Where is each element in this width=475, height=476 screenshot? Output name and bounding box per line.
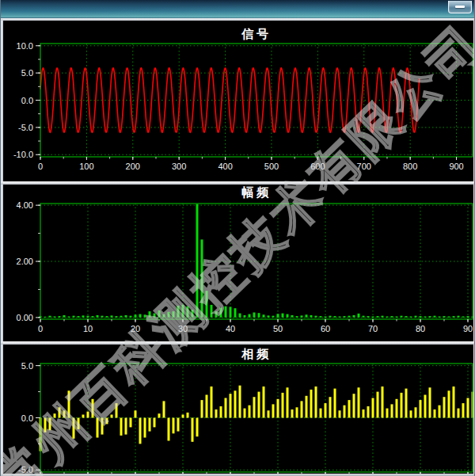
svg-text:60: 60 (321, 324, 330, 333)
svg-text:0: 0 (38, 324, 43, 333)
svg-text:70: 70 (368, 324, 378, 333)
svg-text:-5.0: -5.0 (18, 465, 33, 474)
svg-text:500: 500 (264, 162, 279, 171)
svg-text:5.0: 5.0 (21, 361, 33, 371)
signal-chart-panel: 信号 010020030040050060070080090010.05.00.… (3, 21, 473, 181)
svg-text:400: 400 (218, 162, 232, 171)
minimize-icon (455, 6, 465, 8)
svg-text:20: 20 (131, 324, 140, 333)
svg-text:80: 80 (416, 324, 425, 333)
svg-text:600: 600 (310, 162, 325, 171)
svg-text:200: 200 (126, 162, 140, 171)
svg-text:-10.0: -10.0 (13, 150, 33, 159)
svg-text:50: 50 (273, 324, 283, 333)
app-window: 信号 010020030040050060070080090010.05.00.… (0, 0, 475, 476)
svg-text:90: 90 (463, 324, 473, 333)
svg-text:700: 700 (357, 162, 371, 171)
svg-text:10: 10 (83, 324, 93, 333)
window-titlebar (1, 0, 475, 18)
svg-text:30: 30 (178, 324, 188, 333)
svg-text:10.0: 10.0 (17, 41, 33, 51)
svg-text:40: 40 (226, 324, 235, 333)
minimize-button[interactable] (448, 1, 472, 13)
svg-text:-5.0: -5.0 (18, 123, 33, 132)
svg-text:0: 0 (38, 162, 43, 171)
amplitude-chart-panel: 幅频 01020304050607080904.002.000.00 (3, 185, 473, 341)
svg-text:2.00: 2.00 (17, 257, 33, 266)
svg-text:900: 900 (449, 162, 463, 171)
svg-text:300: 300 (172, 162, 186, 171)
svg-text:0.00: 0.00 (17, 313, 33, 322)
svg-text:4.00: 4.00 (17, 200, 33, 210)
signal-plot: 010020030040050060070080090010.05.00.0-5… (3, 21, 473, 181)
phase-chart-panel: 相频 01020304050607080905.00.0-5.0 (3, 345, 473, 474)
svg-text:5.0: 5.0 (21, 68, 33, 78)
svg-text:0.0: 0.0 (21, 96, 33, 105)
svg-text:0.0: 0.0 (21, 413, 33, 423)
svg-text:800: 800 (403, 162, 417, 171)
amplitude-plot: 01020304050607080904.002.000.00 (3, 185, 473, 341)
phase-plot: 01020304050607080905.00.0-5.0 (3, 345, 473, 474)
svg-text:100: 100 (79, 162, 93, 171)
